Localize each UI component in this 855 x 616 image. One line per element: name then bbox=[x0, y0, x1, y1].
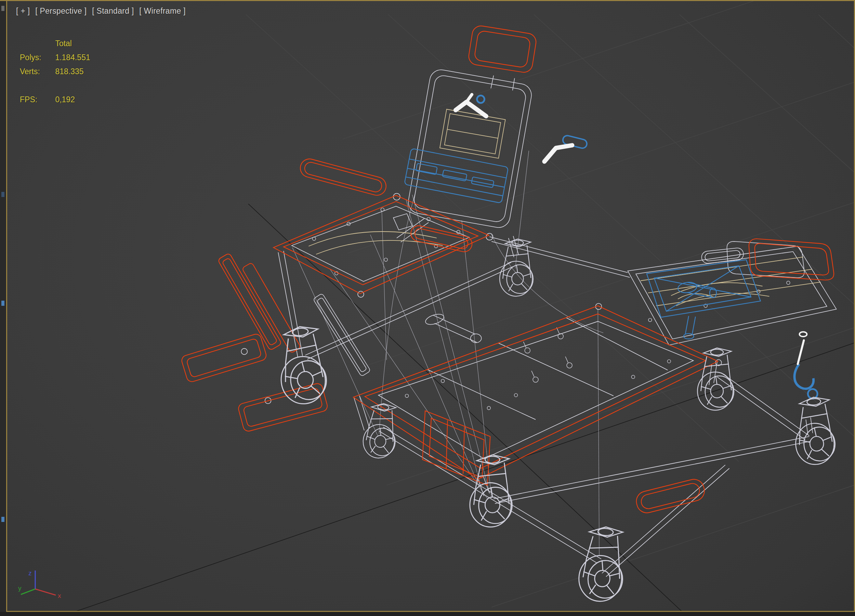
stats-total-header: Total bbox=[55, 37, 72, 51]
left-panel-edge bbox=[0, 1, 6, 612]
statistics-overlay: Total Polys: 1.184.551 Verts: 818.335 FP… bbox=[20, 37, 90, 107]
rig-cables bbox=[293, 151, 603, 556]
viewport-render-menu[interactable]: [ Standard ] bbox=[92, 6, 134, 15]
wireframe-tan-parts bbox=[308, 109, 820, 306]
stats-header-row: Total bbox=[20, 37, 90, 51]
stats-polys-label: Polys: bbox=[20, 51, 53, 64]
window-border-top bbox=[0, 0, 855, 1]
panel-tick bbox=[2, 517, 5, 522]
stats-verts-label: Verts: bbox=[20, 64, 53, 79]
world-axis-gizmo: z y x bbox=[17, 566, 69, 603]
viewport-canvas: [ + ] [ Perspective ] [ Standard ] [ Wir… bbox=[7, 1, 854, 611]
panel-tick bbox=[2, 6, 5, 11]
release-handles bbox=[455, 94, 807, 364]
axis-z-label: z bbox=[28, 570, 32, 577]
stats-fps-value: 0,192 bbox=[55, 93, 75, 107]
stats-verts-row: Verts: 818.335 bbox=[20, 64, 90, 79]
stats-verts-value: 818.335 bbox=[55, 64, 83, 79]
stats-fps-row: FPS: 0,192 bbox=[20, 93, 90, 107]
perspective-viewport[interactable]: [ + ] [ Perspective ] [ Standard ] [ Wir… bbox=[6, 1, 855, 612]
panel-tick bbox=[2, 192, 5, 197]
grid-world-axes bbox=[57, 204, 854, 611]
panel-tick bbox=[2, 300, 5, 306]
viewport-general-menu[interactable]: [ + ] bbox=[16, 6, 30, 15]
viewport-shading-menu[interactable]: [ Wireframe ] bbox=[139, 6, 186, 15]
stats-fps-label: FPS: bbox=[20, 93, 53, 107]
axis-y-label: y bbox=[18, 585, 21, 592]
home-grid bbox=[246, 1, 854, 607]
stats-polys-value: 1.184.551 bbox=[55, 51, 90, 64]
stats-spacer-row bbox=[20, 79, 90, 93]
axis-x-label: x bbox=[58, 592, 61, 599]
stats-polys-row: Polys: 1.184.551 bbox=[20, 51, 90, 64]
max-application-window: [ + ] [ Perspective ] [ Standard ] [ Wir… bbox=[0, 0, 855, 616]
wireframe-orange-parts bbox=[181, 25, 834, 515]
viewport-pov-menu[interactable]: [ Perspective ] bbox=[35, 6, 87, 15]
wireframe-scene bbox=[7, 1, 854, 611]
viewport-label: [ + ] [ Perspective ] [ Standard ] [ Wir… bbox=[16, 6, 189, 16]
wireframe-white-frame bbox=[241, 68, 836, 577]
